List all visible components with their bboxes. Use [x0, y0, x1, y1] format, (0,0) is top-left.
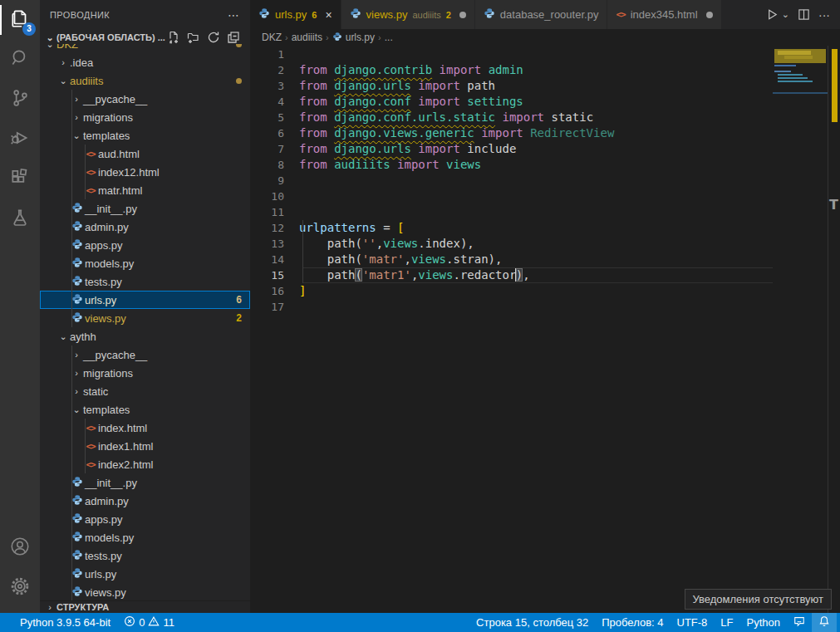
tab-label: urls.py	[275, 8, 307, 21]
activity-testing[interactable]	[0, 199, 40, 239]
tab-label: index345.html	[631, 8, 698, 21]
source-control-icon	[9, 87, 31, 112]
tree-item-label: models.py	[85, 257, 134, 270]
close-icon[interactable]: ×	[325, 8, 332, 22]
sidebar-more-actions[interactable]: ⋯	[228, 8, 240, 22]
code-line-3[interactable]: 3from django.urls import path	[250, 78, 773, 94]
warning-count: 11	[163, 616, 174, 629]
tree-item-label: urls.py	[85, 294, 116, 306]
activity-explorer[interactable]: 3	[0, 0, 40, 40]
new-file-icon[interactable]	[167, 31, 180, 44]
tree-folder--idea[interactable]: ›.idea	[40, 53, 250, 71]
encoding-status[interactable]: UTF-8	[671, 613, 715, 632]
breadcrumb-symbol[interactable]: ...	[385, 32, 393, 43]
new-folder-icon[interactable]	[187, 31, 200, 44]
eol-status[interactable]: LF	[714, 613, 739, 632]
code-line-2[interactable]: 2from django.contrib import admin	[250, 62, 773, 78]
cursor-position-status[interactable]: Строка 15, столбец 32	[469, 613, 595, 632]
chevron-right-icon: ›	[56, 57, 70, 67]
tab-problems-badge: 6	[312, 10, 317, 20]
code-line-9[interactable]: 9	[250, 173, 773, 189]
activity-settings[interactable]	[0, 568, 40, 608]
code-line-14[interactable]: 14 path('matr',views.stran),	[250, 252, 773, 267]
code-line-5[interactable]: 5from django.conf.urls.static import sta…	[250, 110, 773, 125]
python-file-icon	[258, 7, 270, 22]
split-editor-button[interactable]	[798, 8, 810, 21]
run-button[interactable]	[766, 8, 779, 21]
modified-dot-icon	[706, 12, 713, 18]
line-number: 14	[250, 252, 299, 267]
overview-ruler: T	[828, 46, 840, 613]
tree-item-label: tests.py	[85, 276, 122, 288]
code-line-12[interactable]: 12urlpatterns = [	[250, 220, 773, 236]
modified-dot	[236, 78, 242, 84]
line-number: 3	[250, 78, 299, 94]
tree-item-label: urls.py	[85, 568, 116, 581]
tree-item-label: index1.html	[98, 440, 153, 453]
code-line-11[interactable]: 11	[250, 204, 773, 220]
activity-account[interactable]	[0, 528, 40, 568]
code-line-1[interactable]: 1	[250, 47, 773, 62]
code-line-6[interactable]: 6from django.views.generic import Redire…	[250, 125, 773, 141]
code-line-15[interactable]: 15 path('matr1',views.redactor),	[250, 267, 773, 283]
breadcrumb-file[interactable]: urls.py	[346, 32, 375, 43]
line-number: 8	[250, 157, 299, 173]
line-number: 12	[250, 220, 299, 236]
tree-item-label: views.py	[85, 586, 126, 599]
indentation-status[interactable]: Пробелов: 4	[595, 613, 670, 632]
tab-views-py[interactable]: views.pyaudiiits2	[341, 0, 475, 29]
explorer-sidebar: ПРОВОДНИК ⋯ ⌄ (РАБОЧАЯ ОБЛАСТЬ) ... ⌄DKZ…	[40, 0, 250, 613]
tree-item-label: templates	[83, 130, 130, 142]
editor-group: urls.py6×views.pyaudiiits2database_roout…	[250, 0, 840, 613]
code-line-7[interactable]: 7from django.urls import include	[250, 141, 773, 157]
activity-source-control[interactable]	[0, 80, 40, 120]
chevron-down-icon: ⌄	[43, 44, 56, 50]
minimap[interactable]	[773, 46, 828, 613]
notifications-bell-button[interactable]	[812, 613, 837, 632]
language-mode-status[interactable]: Python	[740, 613, 787, 632]
notifications-tooltip: Уведомления отсутствуют	[685, 589, 832, 610]
tab-database-roouter-py[interactable]: database_roouter.py	[475, 0, 608, 29]
activity-search[interactable]	[0, 40, 40, 80]
more-actions-button[interactable]: ···	[818, 8, 830, 22]
tree-item-label: migrations	[83, 367, 133, 380]
breadcrumb-project[interactable]: DKZ	[262, 32, 282, 43]
tab-problems-badge: 2	[446, 10, 451, 20]
breadcrumb[interactable]: DKZ › audiiits › urls.py › ...	[250, 29, 840, 46]
workspace-section-header[interactable]: ⌄ (РАБОЧАЯ ОБЛАСТЬ) ...	[40, 29, 250, 46]
tree-item-label: __init__.py	[85, 477, 137, 489]
code-line-17[interactable]: 17	[250, 299, 773, 315]
outline-section-header[interactable]: › СТРУКТУРА	[40, 600, 250, 613]
chevron-down-icon: ⌄	[43, 32, 56, 43]
tree-folder-dkz[interactable]: ⌄DKZ	[40, 44, 250, 53]
modified-dot-icon	[459, 12, 466, 18]
gear-icon	[9, 576, 31, 600]
code-line-8[interactable]: 8from audiiits import views	[250, 157, 773, 173]
collapse-all-icon[interactable]	[227, 31, 240, 44]
feedback-smiley-icon	[793, 615, 805, 630]
code-line-10[interactable]: 10	[250, 189, 773, 204]
feedback-button[interactable]	[787, 613, 812, 632]
code-line-16[interactable]: 16]	[250, 283, 773, 299]
run-dropdown-chevron-icon[interactable]: ⌄	[782, 9, 789, 20]
activity-extensions[interactable]	[0, 159, 40, 199]
tab-urls-py[interactable]: urls.py6×	[250, 0, 341, 29]
line-number: 1	[250, 47, 299, 62]
outline-section-label: СТРУКТУРА	[56, 602, 109, 612]
python-interpreter-status[interactable]: Python 3.9.5 64-bit	[13, 613, 117, 632]
tree-folder-aythh[interactable]: ⌄aythh	[40, 327, 250, 345]
code-text: path('matr',views.stran),	[299, 252, 502, 267]
tree-folder-audiiits[interactable]: ⌄audiiits	[40, 71, 250, 90]
vscode-window: 3 ПРОВОДНИК ⋯	[0, 0, 840, 632]
tab-index345-html[interactable]: <>index345.html	[607, 0, 721, 29]
breadcrumb-folder[interactable]: audiiits	[292, 32, 322, 43]
problems-status[interactable]: 0 11	[117, 613, 181, 632]
code-line-4[interactable]: 4from django.conf import settings	[250, 94, 773, 110]
activity-run-debug[interactable]	[0, 120, 40, 159]
code-line-13[interactable]: 13 path('',views.index),	[250, 236, 773, 252]
code-text: from django.views.generic import Redirec…	[299, 125, 614, 141]
problems-badge: 6	[236, 294, 242, 306]
code-editor[interactable]: 12from django.contrib import admin3from …	[250, 46, 840, 613]
code-text: from django.conf.urls.static import stat…	[299, 110, 593, 125]
refresh-icon[interactable]	[207, 31, 220, 44]
